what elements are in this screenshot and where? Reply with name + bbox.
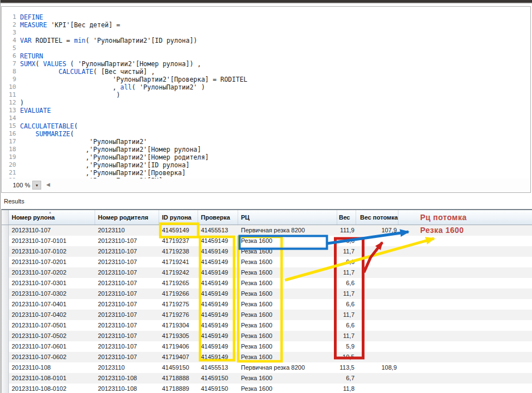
table-cell[interactable]: 41719406: [159, 341, 198, 352]
column-header-nomer-rulona[interactable]: Номер рулона: [9, 210, 95, 225]
table-cell[interactable]: 20123110-107-0102: [9, 246, 95, 257]
table-cell[interactable]: [356, 384, 398, 393]
row-header[interactable]: [2, 310, 9, 320]
table-cell[interactable]: 20123110-107-0502: [9, 331, 95, 341]
table-cell[interactable]: 41459149: [198, 246, 238, 257]
table-cell[interactable]: 41459149: [198, 267, 238, 278]
table-row[interactable]: 20123110-107-030220123110-10741719266414…: [2, 288, 532, 299]
table-row[interactable]: 20123110-107-010120123110-10741719237414…: [2, 236, 532, 246]
column-header-proverka[interactable]: Проверка: [198, 210, 238, 225]
table-cell[interactable]: 41459149: [198, 257, 238, 267]
table-cell[interactable]: [356, 267, 398, 278]
table-cell[interactable]: 41459149: [198, 278, 238, 288]
table-cell[interactable]: 20123110-107-0501: [9, 320, 95, 331]
table-row[interactable]: 20123110-107-050120123110-10741719304414…: [2, 320, 532, 331]
table-row[interactable]: 20123110-108-010220123110-10841718889414…: [2, 384, 532, 393]
row-header[interactable]: [2, 288, 9, 299]
table-cell[interactable]: [356, 288, 398, 299]
table-cell[interactable]: [356, 310, 398, 320]
row-header[interactable]: [2, 246, 9, 257]
row-header[interactable]: [2, 278, 9, 288]
table-cell[interactable]: 6,6: [337, 236, 356, 246]
table-cell[interactable]: 6,6: [337, 320, 356, 331]
row-header[interactable]: [2, 236, 9, 246]
table-cell[interactable]: Резка 1600: [238, 320, 337, 331]
table-cell[interactable]: 41719241: [159, 257, 198, 267]
table-row[interactable]: 20123110-107-020120123110-10741719241414…: [2, 257, 532, 267]
table-cell[interactable]: 10,5: [337, 352, 356, 362]
table-cell[interactable]: Резка 1600: [238, 278, 337, 288]
table-cell[interactable]: 20123110-107: [95, 331, 159, 341]
table-cell[interactable]: 11,7: [337, 267, 356, 278]
table-row[interactable]: 20123110-107-050220123110-10741719305414…: [2, 331, 532, 341]
column-header-ves-potomka[interactable]: Вес потомка: [356, 210, 398, 225]
table-cell[interactable]: [356, 257, 398, 267]
table-cell[interactable]: Резка 1600: [238, 299, 337, 310]
table-cell[interactable]: [356, 299, 398, 310]
table-cell[interactable]: 20123110-107: [95, 320, 159, 331]
table-cell[interactable]: 41459149: [198, 352, 238, 362]
table-cell[interactable]: 20123110-107: [95, 278, 159, 288]
row-header[interactable]: [2, 331, 9, 341]
table-cell[interactable]: Резка 1600: [238, 384, 337, 393]
row-header[interactable]: [2, 320, 9, 331]
table-row[interactable]: 20123110-107-060220123110-10741719407414…: [2, 352, 532, 362]
table-cell[interactable]: 41719237: [159, 236, 198, 246]
table-cell[interactable]: 41718889: [159, 384, 198, 393]
table-cell[interactable]: 41719407: [159, 352, 198, 362]
table-cell[interactable]: 41459149: [198, 310, 238, 320]
row-header[interactable]: [2, 257, 9, 267]
table-cell[interactable]: 20123110-107-0602: [9, 352, 95, 362]
table-cell[interactable]: [356, 320, 398, 331]
table-row[interactable]: 20123110-107-060120123110-10741719406414…: [2, 341, 532, 352]
table-cell[interactable]: Резка 1600: [238, 257, 337, 267]
table-row[interactable]: 20123110-107-040120123110-10741719275414…: [2, 299, 532, 310]
table-cell[interactable]: 20123110: [95, 362, 159, 373]
table-cell[interactable]: Резка 1600: [238, 341, 337, 352]
table-cell[interactable]: 20123110-108-0101: [9, 373, 95, 384]
chevron-down-icon[interactable]: ▼: [32, 181, 41, 190]
table-cell[interactable]: 11,8: [337, 384, 356, 393]
table-cell[interactable]: Резка 1600: [238, 236, 337, 246]
table-cell[interactable]: Резка 1600: [238, 246, 337, 257]
table-cell[interactable]: 20123110-107: [95, 288, 159, 299]
table-cell[interactable]: [356, 341, 398, 352]
table-cell[interactable]: 41459150: [198, 373, 238, 384]
table-cell[interactable]: 41459149: [198, 299, 238, 310]
table-cell[interactable]: 20123110-107: [95, 257, 159, 267]
table-row[interactable]: 20123110-107-030120123110-10741719265414…: [2, 278, 532, 288]
table-cell[interactable]: 41459149: [198, 331, 238, 341]
table-cell[interactable]: 20123110-107-0101: [9, 236, 95, 246]
table-cell[interactable]: 41719276: [159, 310, 198, 320]
table-cell[interactable]: Резка 1600: [238, 331, 337, 341]
table-cell[interactable]: 41719304: [159, 320, 198, 331]
table-cell[interactable]: 20123110-107: [95, 352, 159, 362]
table-cell[interactable]: Первичная резка 8200: [238, 362, 337, 373]
table-cell[interactable]: 20123110-107-0401: [9, 299, 95, 310]
row-header[interactable]: [2, 299, 9, 310]
table-cell[interactable]: 41719265: [159, 278, 198, 288]
table-cell[interactable]: Резка 1600: [238, 267, 337, 278]
table-row[interactable]: 20123110-107-040220123110-10741719276414…: [2, 310, 532, 320]
scroll-left-arrow-icon[interactable]: ◀: [46, 182, 50, 187]
table-cell[interactable]: 41718888: [159, 373, 198, 384]
table-cell[interactable]: 20123110-107: [95, 267, 159, 278]
zoom-level-select[interactable]: 100 % ▼: [13, 180, 41, 190]
table-cell[interactable]: [356, 373, 398, 384]
table-cell[interactable]: 41459149: [198, 236, 238, 246]
table-row[interactable]: 20123110-108-010120123110-10841718888414…: [2, 373, 532, 384]
table-cell[interactable]: 20123110-107-0201: [9, 257, 95, 267]
table-cell[interactable]: 20123110-107-0302: [9, 288, 95, 299]
table-cell[interactable]: 5,9: [337, 341, 356, 352]
table-cell[interactable]: 20123110-107-0301: [9, 278, 95, 288]
row-header[interactable]: [2, 341, 9, 352]
table-cell[interactable]: 11,7: [337, 288, 356, 299]
table-cell[interactable]: 41719275: [159, 299, 198, 310]
row-header[interactable]: [2, 225, 9, 236]
table-cell[interactable]: Резка 1600: [238, 310, 337, 320]
table-cell[interactable]: [356, 236, 398, 246]
table-cell[interactable]: 41719305: [159, 331, 198, 341]
table-cell[interactable]: 20123110-108: [95, 373, 159, 384]
table-cell[interactable]: 111,9: [337, 225, 356, 236]
table-cell[interactable]: Резка 1600: [238, 373, 337, 384]
